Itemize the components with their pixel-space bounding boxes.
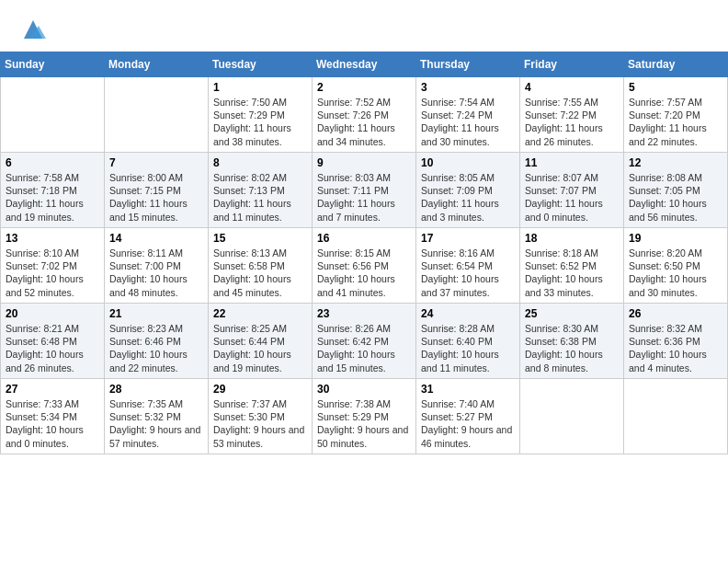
calendar-cell: 24Sunrise: 8:28 AM Sunset: 6:40 PM Dayli… [416, 304, 520, 379]
day-info: Sunrise: 8:03 AM Sunset: 7:11 PM Dayligh… [317, 171, 411, 224]
calendar-table: SundayMondayTuesdayWednesdayThursdayFrid… [0, 52, 728, 454]
day-info: Sunrise: 7:52 AM Sunset: 7:26 PM Dayligh… [317, 96, 411, 148]
day-number: 1 [213, 81, 307, 94]
calendar-cell: 26Sunrise: 8:32 AM Sunset: 6:36 PM Dayli… [624, 304, 728, 379]
day-info: Sunrise: 8:28 AM Sunset: 6:40 PM Dayligh… [421, 322, 515, 374]
calendar-week-row: 13Sunrise: 8:10 AM Sunset: 7:02 PM Dayli… [1, 228, 728, 304]
day-info: Sunrise: 8:08 AM Sunset: 7:05 PM Dayligh… [629, 171, 722, 224]
day-number: 25 [525, 307, 619, 320]
day-number: 15 [213, 232, 307, 245]
calendar-cell: 11Sunrise: 8:07 AM Sunset: 7:07 PM Dayli… [520, 153, 624, 228]
calendar-cell [624, 379, 728, 454]
day-number: 7 [109, 156, 203, 169]
day-number: 16 [317, 232, 411, 245]
calendar-week-row: 6Sunrise: 7:58 AM Sunset: 7:18 PM Daylig… [1, 153, 728, 228]
day-info: Sunrise: 8:05 AM Sunset: 7:09 PM Dayligh… [421, 171, 515, 224]
day-info: Sunrise: 8:18 AM Sunset: 6:52 PM Dayligh… [525, 247, 619, 299]
day-number: 31 [421, 383, 515, 396]
calendar-cell: 21Sunrise: 8:23 AM Sunset: 6:46 PM Dayli… [105, 304, 209, 379]
calendar-cell: 27Sunrise: 7:33 AM Sunset: 5:34 PM Dayli… [1, 379, 105, 454]
calendar-cell: 7Sunrise: 8:00 AM Sunset: 7:15 PM Daylig… [105, 153, 209, 228]
day-number: 13 [6, 232, 99, 245]
day-number: 17 [421, 232, 515, 245]
calendar-cell: 12Sunrise: 8:08 AM Sunset: 7:05 PM Dayli… [624, 153, 728, 228]
calendar-cell: 1Sunrise: 7:50 AM Sunset: 7:29 PM Daylig… [209, 77, 313, 153]
day-info: Sunrise: 7:58 AM Sunset: 7:18 PM Dayligh… [6, 171, 99, 224]
calendar-cell [520, 379, 624, 454]
calendar-week-row: 20Sunrise: 8:21 AM Sunset: 6:48 PM Dayli… [1, 304, 728, 379]
day-number: 26 [629, 307, 722, 320]
calendar-cell: 25Sunrise: 8:30 AM Sunset: 6:38 PM Dayli… [520, 304, 624, 379]
calendar-cell: 10Sunrise: 8:05 AM Sunset: 7:09 PM Dayli… [416, 153, 520, 228]
day-number: 27 [6, 383, 99, 396]
day-number: 3 [421, 81, 515, 94]
day-info: Sunrise: 8:02 AM Sunset: 7:13 PM Dayligh… [213, 171, 307, 224]
day-info: Sunrise: 7:35 AM Sunset: 5:32 PM Dayligh… [109, 397, 203, 450]
calendar-week-row: 27Sunrise: 7:33 AM Sunset: 5:34 PM Dayli… [1, 379, 728, 454]
day-number: 23 [317, 307, 411, 320]
day-info: Sunrise: 8:21 AM Sunset: 6:48 PM Dayligh… [6, 322, 99, 374]
day-number: 29 [213, 383, 307, 396]
day-info: Sunrise: 8:11 AM Sunset: 7:00 PM Dayligh… [109, 247, 203, 299]
calendar-cell: 6Sunrise: 7:58 AM Sunset: 7:18 PM Daylig… [1, 153, 105, 228]
day-number: 11 [525, 156, 619, 169]
day-number: 19 [629, 232, 722, 245]
day-number: 4 [525, 81, 619, 94]
day-info: Sunrise: 7:54 AM Sunset: 7:24 PM Dayligh… [421, 96, 515, 148]
calendar-cell: 18Sunrise: 8:18 AM Sunset: 6:52 PM Dayli… [520, 228, 624, 304]
day-info: Sunrise: 8:00 AM Sunset: 7:15 PM Dayligh… [109, 171, 203, 224]
calendar-cell: 14Sunrise: 8:11 AM Sunset: 7:00 PM Dayli… [105, 228, 209, 304]
day-info: Sunrise: 8:10 AM Sunset: 7:02 PM Dayligh… [6, 247, 99, 299]
day-number: 14 [109, 232, 203, 245]
calendar-cell: 31Sunrise: 7:40 AM Sunset: 5:27 PM Dayli… [416, 379, 520, 454]
calendar-header-row: SundayMondayTuesdayWednesdayThursdayFrid… [1, 52, 728, 77]
day-number: 24 [421, 307, 515, 320]
day-number: 21 [109, 307, 203, 320]
calendar-cell: 29Sunrise: 7:37 AM Sunset: 5:30 PM Dayli… [209, 379, 313, 454]
calendar-cell: 4Sunrise: 7:55 AM Sunset: 7:22 PM Daylig… [520, 77, 624, 153]
day-info: Sunrise: 8:15 AM Sunset: 6:56 PM Dayligh… [317, 247, 411, 299]
day-of-week-header: Monday [105, 52, 209, 77]
day-number: 8 [213, 156, 307, 169]
calendar-cell: 2Sunrise: 7:52 AM Sunset: 7:26 PM Daylig… [313, 77, 416, 153]
day-number: 18 [525, 232, 619, 245]
day-number: 22 [213, 307, 307, 320]
day-of-week-header: Thursday [416, 52, 520, 77]
day-of-week-header: Friday [520, 52, 624, 77]
day-info: Sunrise: 7:37 AM Sunset: 5:30 PM Dayligh… [213, 397, 307, 450]
day-info: Sunrise: 8:13 AM Sunset: 6:58 PM Dayligh… [213, 247, 307, 299]
day-number: 10 [421, 156, 515, 169]
calendar-cell: 28Sunrise: 7:35 AM Sunset: 5:32 PM Dayli… [105, 379, 209, 454]
day-of-week-header: Sunday [1, 52, 105, 77]
day-of-week-header: Saturday [624, 52, 728, 77]
calendar-cell: 8Sunrise: 8:02 AM Sunset: 7:13 PM Daylig… [209, 153, 313, 228]
day-info: Sunrise: 8:30 AM Sunset: 6:38 PM Dayligh… [525, 322, 619, 374]
calendar-cell: 30Sunrise: 7:38 AM Sunset: 5:29 PM Dayli… [313, 379, 416, 454]
day-info: Sunrise: 8:26 AM Sunset: 6:42 PM Dayligh… [317, 322, 411, 374]
day-number: 9 [317, 156, 411, 169]
header [0, 0, 728, 52]
logo-icon [20, 17, 46, 42]
day-info: Sunrise: 7:55 AM Sunset: 7:22 PM Dayligh… [525, 96, 619, 148]
day-number: 5 [629, 81, 722, 94]
calendar-cell: 13Sunrise: 8:10 AM Sunset: 7:02 PM Dayli… [1, 228, 105, 304]
calendar-cell: 16Sunrise: 8:15 AM Sunset: 6:56 PM Dayli… [313, 228, 416, 304]
day-number: 6 [6, 156, 99, 169]
day-info: Sunrise: 7:38 AM Sunset: 5:29 PM Dayligh… [317, 397, 411, 450]
day-number: 2 [317, 81, 411, 94]
day-of-week-header: Tuesday [209, 52, 313, 77]
day-number: 12 [629, 156, 722, 169]
day-info: Sunrise: 8:20 AM Sunset: 6:50 PM Dayligh… [629, 247, 722, 299]
calendar-cell: 9Sunrise: 8:03 AM Sunset: 7:11 PM Daylig… [313, 153, 416, 228]
day-info: Sunrise: 7:57 AM Sunset: 7:20 PM Dayligh… [629, 96, 722, 148]
calendar-cell: 22Sunrise: 8:25 AM Sunset: 6:44 PM Dayli… [209, 304, 313, 379]
day-info: Sunrise: 8:25 AM Sunset: 6:44 PM Dayligh… [213, 322, 307, 374]
day-of-week-header: Wednesday [313, 52, 416, 77]
calendar-cell: 5Sunrise: 7:57 AM Sunset: 7:20 PM Daylig… [624, 77, 728, 153]
day-info: Sunrise: 8:23 AM Sunset: 6:46 PM Dayligh… [109, 322, 203, 374]
day-number: 30 [317, 383, 411, 396]
day-info: Sunrise: 7:33 AM Sunset: 5:34 PM Dayligh… [6, 397, 99, 450]
calendar-cell: 15Sunrise: 8:13 AM Sunset: 6:58 PM Dayli… [209, 228, 313, 304]
day-info: Sunrise: 7:50 AM Sunset: 7:29 PM Dayligh… [213, 96, 307, 148]
calendar-week-row: 1Sunrise: 7:50 AM Sunset: 7:29 PM Daylig… [1, 77, 728, 153]
